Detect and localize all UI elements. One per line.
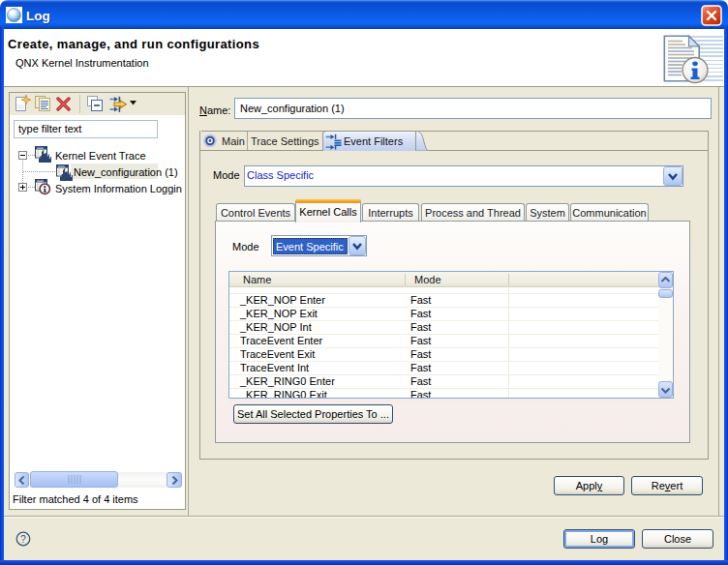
svg-text:?: ? xyxy=(20,533,26,545)
